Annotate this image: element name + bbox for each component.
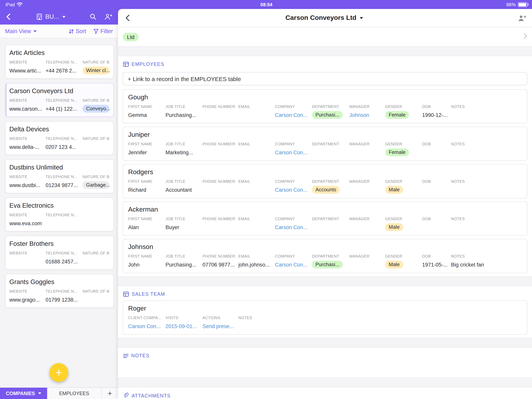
- field-value: +44 (1) 122...: [45, 105, 82, 112]
- view-actions: Sort Filter: [69, 28, 113, 34]
- field-value: Purchasing...: [165, 261, 203, 268]
- record-card[interactable]: JohnsonFIRST NAMEJOB TITLEPHONE NUMBEREM…: [123, 239, 527, 273]
- record-title: Juniper: [128, 130, 522, 139]
- back-button[interactable]: [6, 13, 12, 20]
- battery-icon: [518, 2, 527, 7]
- field-value: Wwww.artic...: [9, 67, 45, 74]
- field-label: NOTES: [451, 142, 522, 147]
- field-label: GENDER: [385, 142, 422, 147]
- field-label: EMAIL: [238, 254, 275, 259]
- company-name: Foster Brothers: [9, 240, 109, 247]
- field-label: NATURE OF B...: [82, 98, 109, 103]
- record-card[interactable]: AckermanFIRST NAMEJOB TITLEPHONE NUMBERE…: [123, 201, 527, 236]
- view-selector[interactable]: Main View: [5, 28, 36, 34]
- nav-icons: [89, 13, 113, 20]
- status-carrier: iPad: [6, 2, 15, 7]
- company-name: Carson Conveyors Ltd: [9, 87, 109, 95]
- detail-back-button[interactable]: [118, 14, 137, 21]
- field-value-link[interactable]: Carson Con...: [275, 149, 312, 156]
- record-field-labels: FIRST NAMEJOB TITLEPHONE NUMBEREMAILCOMP…: [128, 142, 522, 147]
- link-employee-button[interactable]: + Link to a record in the EMPLOYEES tabl…: [123, 72, 527, 85]
- field-label: DEPARTMENT: [312, 104, 349, 109]
- field-label: EMAIL: [238, 142, 275, 147]
- share-button[interactable]: [104, 13, 113, 20]
- tab-companies[interactable]: COMPANIES: [0, 388, 47, 399]
- type-field-row[interactable]: Ltd: [118, 27, 532, 46]
- chevron-down-icon: [33, 30, 36, 32]
- field-value-pill: Accounts: [312, 186, 340, 194]
- company-card[interactable]: Grants GogglesWEBSITETELEPHONE N...NATUR…: [5, 274, 114, 308]
- sidebar-nav: BU...: [0, 9, 118, 25]
- chevron-right-icon: [523, 33, 527, 41]
- sort-button[interactable]: Sort: [69, 28, 86, 34]
- field-label: DOB: [422, 104, 451, 109]
- filter-button[interactable]: Filter: [93, 28, 113, 34]
- field-label: MANAGER: [349, 217, 385, 221]
- field-value-link[interactable]: Carson Con...: [275, 111, 312, 119]
- record-title: Gough: [128, 93, 522, 102]
- company-name: Delta Devices: [9, 125, 109, 133]
- field-value-link[interactable]: 2015-09-01...: [165, 322, 203, 330]
- employees-records: GoughFIRST NAMEJOB TITLEPHONE NUMBEREMAI…: [118, 89, 532, 273]
- record-title: Carson Conveyors Ltd: [285, 14, 356, 22]
- field-value-link[interactable]: Send prese...: [203, 322, 238, 330]
- section-divider: [118, 378, 532, 387]
- field-value-link[interactable]: Johnson: [349, 111, 385, 119]
- field-label: WEBSITE: [9, 251, 45, 256]
- record-card[interactable]: RogerCLIENT COMPA...VISITSACTIONSNOTESCa…: [123, 300, 527, 335]
- record-card[interactable]: JuniperFIRST NAMEJOB TITLEPHONE NUMBEREM…: [123, 127, 527, 161]
- add-table-button[interactable]: +: [102, 388, 118, 399]
- record-title-dropdown[interactable]: Carson Conveyors Ltd: [137, 14, 512, 22]
- field-label: COMPANY: [275, 254, 312, 259]
- field-label: GENDER: [385, 179, 422, 184]
- record-field-labels: FIRST NAMEJOB TITLEPHONE NUMBEREMAILCOMP…: [128, 179, 522, 184]
- record-card[interactable]: GoughFIRST NAMEJOB TITLEPHONE NUMBEREMAI…: [123, 89, 527, 123]
- add-record-button[interactable]: +: [50, 363, 68, 382]
- field-value-link[interactable]: Carson Con...: [275, 224, 312, 231]
- base-switcher[interactable]: BU...: [36, 13, 65, 20]
- tab-employees[interactable]: EMPLOYEES: [47, 388, 102, 399]
- record-field-labels: FIRST NAMEJOB TITLEPHONE NUMBEREMAILCOMP…: [128, 104, 522, 109]
- collaborators-button[interactable]: [512, 14, 532, 22]
- field-value-link[interactable]: Carson Con...: [128, 322, 165, 330]
- field-value-link[interactable]: Carson Con...: [275, 261, 312, 268]
- filter-label: Filter: [101, 28, 113, 34]
- field-label: TELEPHONE N...: [45, 251, 82, 256]
- company-card[interactable]: Eva ElectronicsWEBSITETELEPHONE N...www.…: [5, 198, 114, 232]
- field-label: DEPARTMENT: [312, 217, 349, 221]
- field-label: DEPARTMENT: [312, 254, 349, 259]
- field-value: 0207 123 4...: [45, 143, 82, 151]
- detail-body: Ltd EMPLOYEES + Link to a record in the …: [118, 27, 532, 399]
- field-value: www.delta-...: [9, 143, 45, 151]
- chevron-down-icon: [62, 16, 65, 18]
- tab-employees-label: EMPLOYEES: [59, 391, 89, 396]
- company-card[interactable]: Dustbins UnlimitedWEBSITETELEPHONE N...N…: [5, 159, 114, 193]
- company-card[interactable]: Foster BrothersWEBSITETELEPHONE N...NATU…: [5, 236, 114, 270]
- search-button[interactable]: [89, 13, 97, 20]
- field-label: DOB: [422, 217, 451, 221]
- record-card[interactable]: RodgersFIRST NAMEJOB TITLEPHONE NUMBEREM…: [123, 164, 527, 198]
- field-value: Gemma: [128, 111, 165, 119]
- company-field-labels: WEBSITETELEPHONE N...NATURE OF B...: [9, 289, 109, 294]
- field-label: COMPANY: [275, 104, 312, 109]
- company-card[interactable]: Carson Conveyors LtdWEBSITETELEPHONE N..…: [5, 83, 114, 117]
- status-right: 86%: [481, 2, 532, 7]
- company-field-labels: WEBSITETELEPHONE N...NATURE OF B...: [9, 98, 109, 103]
- field-label: JOB TITLE: [165, 142, 203, 147]
- company-card[interactable]: Delta DevicesWEBSITETELEPHONE N...NATURE…: [5, 121, 114, 155]
- field-label: VISITS: [165, 316, 203, 320]
- company-field-labels: WEBSITETELEPHONE N...NATURE OF B...: [9, 174, 109, 179]
- field-value: Buyer: [165, 224, 203, 231]
- chevron-left-icon: [124, 14, 130, 21]
- record-field-values: Carson Con...2015-09-01...Send prese...: [128, 322, 522, 330]
- record-field-labels: FIRST NAMEJOB TITLEPHONE NUMBEREMAILCOMP…: [128, 254, 522, 259]
- field-value: Big cricket fan: [451, 261, 522, 268]
- field-label: NATURE OF B...: [82, 60, 109, 65]
- field-label: WEBSITE: [9, 60, 45, 65]
- field-value: 1990-12-...: [422, 111, 451, 119]
- field-label: CLIENT COMPA...: [128, 316, 165, 320]
- field-value-link[interactable]: Carson Con...: [275, 186, 312, 193]
- company-card[interactable]: Artic ArticlesWEBSITETELEPHONE N...NATUR…: [5, 45, 114, 79]
- attachments-section-header: ATTACHMENTS: [118, 387, 532, 399]
- company-field-values: www.eva.com: [9, 219, 109, 227]
